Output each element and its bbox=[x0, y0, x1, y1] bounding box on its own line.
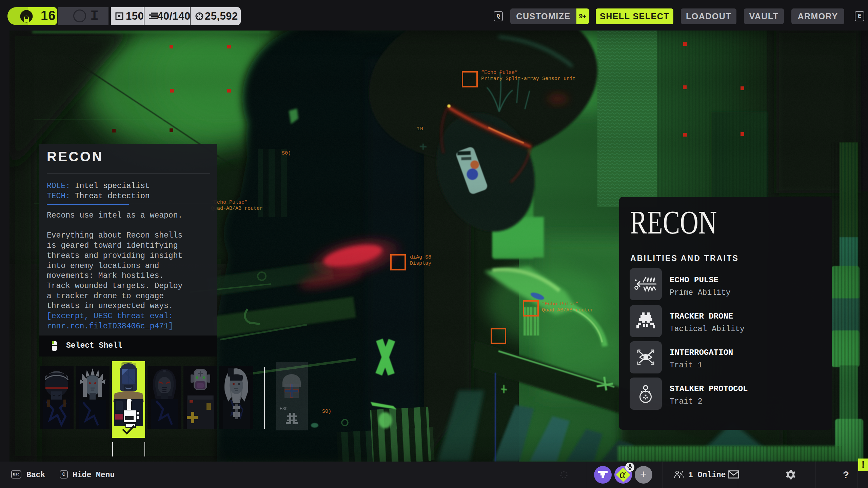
svg-text:ESC: ESC bbox=[280, 406, 288, 411]
